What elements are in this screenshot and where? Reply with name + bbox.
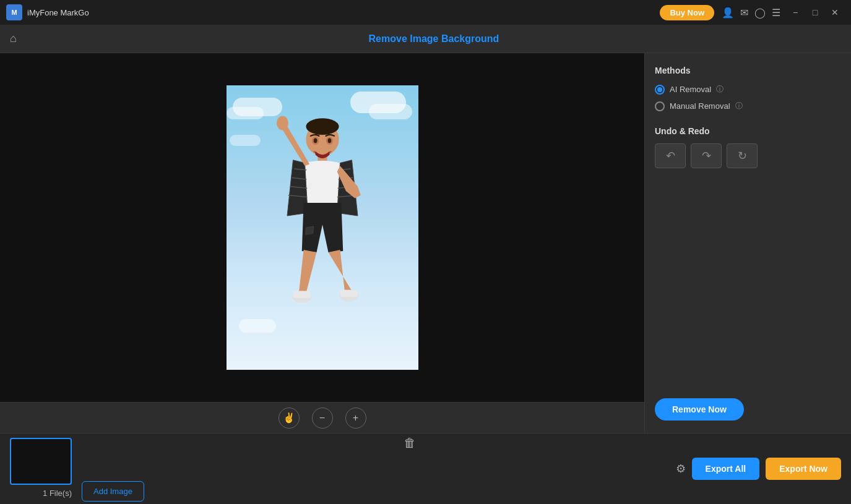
svg-rect-15: [293, 291, 311, 298]
titlebar: M iMyFone MarkGo Buy Now 👤 ✉ ◯ ☰ − □ ✕: [0, 0, 851, 25]
svg-rect-17: [340, 290, 358, 297]
svg-point-13: [276, 116, 288, 130]
user-icon[interactable]: 👤: [722, 7, 734, 19]
topbar: ⌂ Remove Image Background: [0, 25, 851, 53]
close-button[interactable]: ✕: [825, 3, 845, 22]
ai-removal-radio[interactable]: [655, 85, 665, 95]
bottom-strip: 1 File(s) Add Image 🗑 ⚙ Export All Expor…: [0, 433, 851, 504]
cloud-6: [239, 319, 276, 333]
ai-removal-label: AI Removal: [670, 85, 711, 94]
app-logo: M: [6, 4, 22, 20]
globe-icon[interactable]: ◯: [754, 7, 766, 19]
image-preview: [227, 85, 418, 370]
cloud-2: [227, 107, 264, 119]
app-name: iMyFone MarkGo: [27, 8, 660, 17]
cloud-4: [369, 104, 412, 119]
remove-now-button[interactable]: Remove Now: [655, 398, 744, 421]
image-container: [227, 85, 418, 370]
add-image-button[interactable]: Add Image: [82, 481, 144, 502]
export-all-button[interactable]: Export All: [692, 458, 760, 480]
svg-text:M: M: [11, 9, 17, 16]
maximize-button[interactable]: □: [805, 3, 825, 22]
canvas-toolbar: ✌ − +: [0, 402, 644, 433]
cloud-5: [230, 135, 261, 146]
file-count: 1 File(s): [43, 489, 72, 500]
menu-icon[interactable]: ☰: [772, 7, 780, 19]
undo-redo-title: Undo & Redo: [655, 126, 841, 136]
methods-title: Methods: [655, 66, 841, 75]
image-viewport: [0, 53, 644, 402]
canvas-area: ✌ − +: [0, 53, 644, 433]
manual-removal-label: Manual Removal: [670, 101, 730, 111]
home-icon[interactable]: ⌂: [10, 32, 17, 45]
canvas-left-bar: [0, 53, 227, 402]
titlebar-icons: 👤 ✉ ◯ ☰: [722, 7, 780, 19]
ai-removal-help-icon[interactable]: ⓘ: [716, 84, 724, 95]
svg-point-3: [306, 118, 339, 135]
settings-icon[interactable]: ⚙: [676, 462, 686, 476]
svg-point-20: [313, 139, 317, 143]
zoom-in-button[interactable]: +: [345, 408, 366, 429]
trash-icon[interactable]: 🗑: [404, 434, 416, 450]
canvas-right-bar: [418, 53, 645, 402]
export-now-button[interactable]: Export Now: [766, 458, 841, 480]
redo-button[interactable]: ↷: [691, 143, 722, 168]
minimize-button[interactable]: −: [785, 3, 805, 22]
window-controls: − □ ✕: [785, 3, 845, 22]
right-panel: Methods AI Removal ⓘ Manual Removal ⓘ Un…: [644, 53, 851, 433]
file-thumbnail[interactable]: [10, 438, 72, 485]
manual-removal-option[interactable]: Manual Removal ⓘ: [655, 101, 841, 111]
main-area: ✌ − + Methods AI Removal ⓘ Manual Remova…: [0, 53, 851, 433]
manual-removal-help-icon[interactable]: ⓘ: [735, 101, 743, 111]
page-title: Remove Image Background: [27, 33, 841, 45]
bottom-right-controls: ⚙ Export All Export Now: [676, 458, 841, 480]
undo-button[interactable]: ↶: [655, 143, 686, 168]
person-image: [267, 110, 378, 345]
mail-icon[interactable]: ✉: [740, 7, 748, 19]
reset-button[interactable]: ↻: [727, 143, 758, 168]
panel-spacer: [655, 178, 841, 393]
method-radio-group: AI Removal ⓘ Manual Removal ⓘ: [655, 84, 841, 111]
pan-tool-button[interactable]: ✌: [279, 408, 300, 429]
zoom-out-button[interactable]: −: [312, 408, 333, 429]
ai-removal-option[interactable]: AI Removal ⓘ: [655, 84, 841, 95]
manual-removal-radio[interactable]: [655, 101, 665, 111]
svg-point-21: [327, 139, 331, 143]
undo-redo-buttons: ↶ ↷ ↻: [655, 143, 841, 168]
buy-now-button[interactable]: Buy Now: [660, 5, 714, 20]
